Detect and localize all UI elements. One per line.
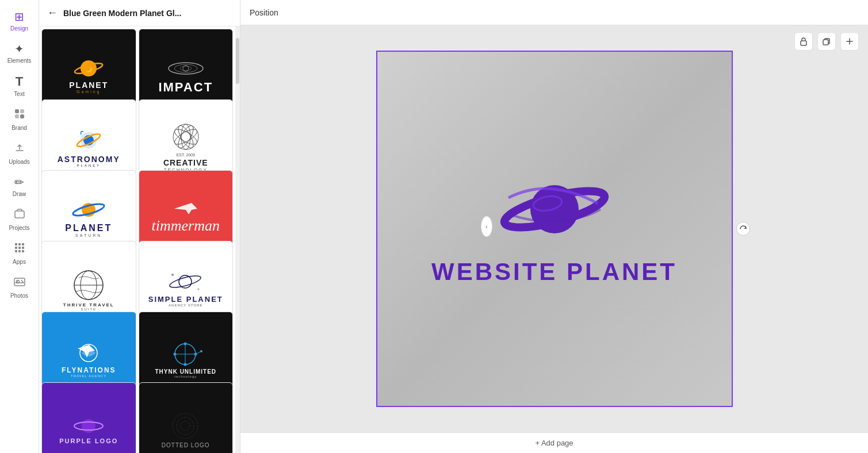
astronomy-sub: PLANET (77, 164, 101, 167)
svg-rect-11 (15, 250, 17, 252)
rotate-handle[interactable] (736, 222, 750, 236)
sidebar-item-projects[interactable]: Projects (0, 203, 39, 236)
brand-icon (13, 108, 26, 123)
panel-scroll-area: 🌙 PLANET Gaming IMPACT (39, 26, 240, 453)
creative-icon (166, 121, 206, 153)
main-logo-text: WEBSITE PLANET (431, 258, 677, 286)
design-icon: ⊞ (14, 10, 24, 24)
template-card-dotted[interactable]: DOTTED LOGO (139, 382, 234, 453)
svg-rect-6 (18, 243, 21, 245)
collapse-panel-button[interactable]: ‹ (481, 216, 492, 237)
text-icon: T (16, 74, 23, 89)
impact-text: IMPACT (158, 80, 213, 95)
travel-icon (67, 265, 110, 302)
svg-point-48 (184, 363, 187, 366)
sidebar-item-label: Design (10, 25, 28, 32)
lock-button[interactable] (794, 32, 813, 51)
purple-text: PURPLE LOGO (59, 437, 118, 444)
panel-header: ← Blue Green Modern Planet Gl... (39, 0, 240, 26)
sidebar-item-label: Uploads (9, 159, 30, 165)
add-page-label: + Add page (535, 439, 573, 447)
template-card-purple[interactable]: PURPLE LOGO (41, 382, 136, 453)
sidebar-item-label: Apps (13, 259, 26, 265)
sidebar-item-label: Photos (10, 293, 28, 299)
main-logo-svg (497, 172, 612, 247)
design-canvas[interactable]: WEBSITE PLANET (376, 51, 733, 407)
sidebar-item-label: Text (14, 91, 24, 97)
card-inner: PURPLE LOGO (42, 383, 136, 453)
photos-icon (13, 275, 26, 291)
canvas-actions (794, 32, 859, 51)
sidebar-item-label: Brand (12, 125, 27, 131)
uploads-icon (13, 141, 26, 157)
svg-rect-2 (15, 114, 19, 118)
sidebar-item-label: Draw (13, 191, 26, 197)
saturn-sub: SATURN (75, 233, 102, 237)
sidebar-item-apps[interactable]: Apps (0, 237, 39, 270)
creative-est: EST. 2009 (177, 153, 195, 157)
planet-gaming-icon: 🌙 (68, 58, 109, 78)
sidebar-item-design[interactable]: ⊞ Design (0, 5, 39, 36)
thynk-sub: technology (174, 375, 197, 378)
top-toolbar: Position (240, 0, 868, 25)
astronomy-text: ASTRONOMY (58, 155, 120, 164)
svg-rect-0 (15, 109, 19, 113)
planet-gaming-text: PLANET (69, 80, 108, 90)
svg-rect-10 (22, 247, 24, 249)
impact-icon (163, 57, 209, 80)
copy-icon (822, 37, 831, 46)
planet-gaming-sub: Gaming (77, 90, 101, 94)
creative-text: CREATIVE (163, 158, 208, 167)
main-area: Position (240, 0, 868, 453)
projects-icon (13, 208, 26, 223)
purple-icon (71, 414, 106, 437)
toolbar-position-label: Position (250, 8, 278, 17)
travel-sub: SUITE (81, 308, 97, 311)
copy-button[interactable] (817, 32, 836, 51)
sidebar-item-draw[interactable]: ✏ Draw (0, 171, 39, 202)
svg-rect-55 (801, 41, 806, 45)
saturn-text: PLANET (65, 223, 112, 233)
svg-rect-8 (15, 247, 17, 249)
flynations-sub: TRAVEL AGENCY (71, 374, 106, 378)
svg-rect-12 (18, 250, 21, 252)
add-icon (845, 37, 854, 46)
svg-rect-7 (22, 243, 24, 245)
dotted-icon (167, 410, 204, 442)
svg-text:🌙: 🌙 (86, 66, 93, 73)
svg-point-46 (174, 352, 177, 355)
panel-title: Blue Green Modern Planet Gl... (63, 9, 181, 18)
sidebar-item-text[interactable]: T Text (0, 70, 39, 102)
svg-rect-5 (15, 243, 17, 245)
svg-point-47 (184, 342, 187, 345)
lock-icon (799, 37, 808, 46)
sidebar-item-brand[interactable]: Brand (0, 103, 39, 136)
add-page-bar[interactable]: + Add page (240, 432, 868, 453)
draw-icon: ✏ (14, 175, 24, 189)
svg-point-52 (173, 413, 198, 439)
sidebar-item-uploads[interactable]: Uploads (0, 137, 39, 170)
svg-point-53 (177, 417, 194, 435)
add-element-button[interactable] (840, 32, 859, 51)
apps-icon (13, 241, 26, 257)
simple-planet-text: SIMPLE PLANET (148, 295, 223, 304)
elements-icon: ✦ (14, 42, 24, 56)
svg-point-26 (173, 124, 198, 149)
scroll-thumb (236, 38, 239, 84)
card-inner: DOTTED LOGO (139, 383, 233, 453)
back-button[interactable]: ← (46, 6, 59, 20)
sidebar-item-elements[interactable]: ✦ Elements (0, 37, 39, 68)
flynations-text: FLYNATIONS (62, 366, 116, 374)
thynk-icon (167, 340, 204, 368)
svg-point-21 (180, 66, 192, 71)
svg-rect-4 (15, 211, 24, 218)
svg-rect-9 (18, 247, 21, 249)
timmerman-text: timmerman (152, 217, 220, 235)
panel-scrollbar[interactable] (235, 26, 240, 453)
svg-point-49 (200, 350, 202, 352)
simple-planet-sub: AGENCY STORE (169, 304, 202, 307)
svg-rect-1 (20, 109, 24, 113)
rotate-icon (739, 225, 747, 233)
canvas-container: WEBSITE PLANET (240, 25, 868, 432)
sidebar-item-photos[interactable]: Photos (0, 271, 39, 304)
